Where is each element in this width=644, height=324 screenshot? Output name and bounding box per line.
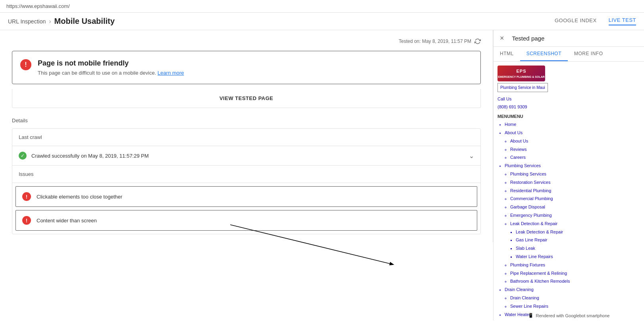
error-icon-1: ! — [22, 192, 31, 201]
link-pipe[interactable]: Pipe Replacement & Relining — [510, 270, 640, 278]
tab-screenshot[interactable]: SCREENSHOT — [520, 47, 568, 61]
breadcrumb-current: Mobile Usability — [54, 17, 115, 26]
menu-item-about: About Us About Us Reviews Careers — [505, 129, 640, 162]
menu-link-home[interactable]: Home — [505, 121, 640, 129]
link-about-us[interactable]: About Us — [510, 137, 640, 145]
details-box: Last crawl ✓ Crawled successfully on May… — [12, 128, 481, 234]
rendered-label: 📱 Rendered with Googlebot smartphone — [528, 313, 610, 318]
breadcrumb: URL Inspection › Mobile Usability — [8, 17, 555, 26]
error-icon-2: ! — [22, 216, 31, 225]
crawl-left: ✓ Crawled successfully on May 8, 2019, 1… — [19, 152, 149, 160]
chevron-down-icon[interactable]: ⌄ — [469, 152, 474, 160]
link-plumbing-services[interactable]: Plumbing Services — [510, 170, 640, 178]
menu-link-drain[interactable]: Drain Cleaning — [505, 286, 640, 294]
mobile-friendly-desc: This page can be difficult to use on a m… — [38, 70, 184, 76]
tested-page-title: Tested page — [512, 35, 545, 42]
menu-list: Home About Us About Us Reviews Careers P… — [497, 121, 640, 320]
success-icon: ✓ — [19, 152, 27, 160]
view-tested-box: VIEW TESTED PAGE — [12, 89, 481, 108]
leak-sub-list: Leak Detection & Repair Gas Line Repair … — [510, 228, 640, 261]
link-water-heater[interactable]: Water Heater — [510, 319, 640, 320]
mobile-friendly-title: Page is not mobile friendly — [38, 59, 184, 68]
link-commercial[interactable]: Commercial Plumbing — [510, 195, 640, 203]
right-panel-header: × Tested page — [494, 30, 644, 47]
link-gas-line[interactable]: Gas Line Repair — [516, 236, 640, 244]
call-us-link[interactable]: Call Us — [497, 95, 640, 103]
screenshot-panel: EPS EMERGENCY PLUMBING & SOLAR Plumbing … — [494, 62, 644, 320]
link-slab-leak[interactable]: Slab Leak — [516, 245, 640, 253]
menu-item-home: Home — [505, 121, 640, 129]
tested-on: Tested on: May 8, 2019, 11:57 PM — [12, 38, 481, 44]
rendered-text: Rendered with Googlebot smartphone — [536, 313, 610, 318]
checkmark-icon: ✓ — [21, 153, 25, 158]
issue-text-1: Clickable elements too close together — [37, 194, 122, 200]
crawl-row[interactable]: ✓ Crawled successfully on May 8, 2019, 1… — [12, 146, 480, 166]
mobile-friendly-box: ! Page is not mobile friendly This page … — [12, 51, 481, 84]
link-leak[interactable]: Leak Detection & Repair — [510, 220, 640, 228]
phone-link[interactable]: (808) 691 9309 — [497, 103, 640, 111]
error-icon: ! — [20, 59, 31, 70]
logo-image: EPS EMERGENCY PLUMBING & SOLAR — [497, 66, 545, 81]
link-sewer[interactable]: Sewer Line Repairs — [510, 303, 640, 310]
link-garbage[interactable]: Garbage Disposal — [510, 203, 640, 211]
leak-detection-item: Leak Detection & Repair Leak Detection &… — [510, 220, 640, 261]
issues-header: Issues — [12, 166, 480, 183]
tested-on-text: Tested on: May 8, 2019, 11:57 PM — [399, 39, 471, 44]
tab-google-index[interactable]: GOOGLE INDEX — [555, 17, 597, 25]
menu-link-about[interactable]: About Us — [505, 129, 640, 137]
view-tested-button[interactable]: VIEW TESTED PAGE — [220, 95, 274, 101]
link-reviews[interactable]: Reviews — [510, 146, 640, 154]
tab-html[interactable]: HTML — [494, 47, 520, 61]
website-logo: EPS EMERGENCY PLUMBING & SOLAR Plumbing … — [497, 66, 640, 92]
link-leak-repair[interactable]: Leak Detection & Repair — [516, 228, 640, 236]
link-bathroom[interactable]: Bathroom & Kitchen Remodels — [510, 278, 640, 285]
issue-text-2: Content wider than screen — [37, 218, 97, 224]
left-panel-wrapper: Tested on: May 8, 2019, 11:57 PM ! Page … — [0, 30, 493, 320]
details-label: Details — [12, 118, 481, 123]
link-residential[interactable]: Residential Plumbing — [510, 187, 640, 195]
link-drain-cleaning[interactable]: Drain Cleaning — [510, 294, 640, 302]
website-preview: EPS EMERGENCY PLUMBING & SOLAR Plumbing … — [497, 66, 640, 320]
url-bar: https://www.epshawaii.com/ — [0, 0, 644, 13]
crawl-text: Crawled successfully on May 8, 2019, 11:… — [31, 153, 149, 159]
breadcrumb-parent[interactable]: URL Inspection — [8, 18, 46, 25]
link-fixtures[interactable]: Plumbing Fixtures — [510, 261, 640, 269]
issue-row-1: ! Clickable elements too close together — [15, 186, 477, 207]
menu-link-plumbing[interactable]: Plumbing Services — [505, 162, 640, 170]
link-restoration[interactable]: Restoration Services — [510, 179, 640, 187]
refresh-icon[interactable] — [474, 38, 481, 44]
mobile-friendly-content: Page is not mobile friendly This page ca… — [38, 59, 184, 76]
link-emergency[interactable]: Emergency Plumbing — [510, 212, 640, 220]
tab-live-test[interactable]: LIVE TEST — [609, 17, 636, 25]
header-tabs: GOOGLE INDEX LIVE TEST — [555, 17, 636, 25]
phone-icon: 📱 — [528, 313, 534, 318]
url-text: https://www.epshawaii.com/ — [6, 3, 70, 9]
plumbing-sub-list: Plumbing Services Restoration Services R… — [505, 170, 640, 285]
link-water-line[interactable]: Water Line Repairs — [516, 253, 640, 261]
last-crawl-header: Last crawl — [12, 129, 480, 146]
close-button[interactable]: × — [500, 34, 504, 42]
main-layout: Tested on: May 8, 2019, 11:57 PM ! Page … — [0, 30, 644, 320]
tab-more-info[interactable]: MORE INFO — [568, 47, 609, 61]
menu-label: MENUMENU — [497, 113, 640, 120]
drain-sub-list: Drain Cleaning Sewer Line Repairs — [505, 294, 640, 310]
breadcrumb-separator: › — [49, 18, 51, 25]
right-panel-tabs: HTML SCREENSHOT MORE INFO — [494, 47, 644, 62]
plumbing-badge: Plumbing Service in Maui — [497, 83, 548, 92]
menu-item-drain: Drain Cleaning Drain Cleaning Sewer Line… — [505, 286, 640, 310]
link-careers[interactable]: Careers — [510, 154, 640, 162]
left-panel: Tested on: May 8, 2019, 11:57 PM ! Page … — [0, 30, 493, 242]
about-sub-list: About Us Reviews Careers — [505, 137, 640, 162]
issue-row-2: ! Content wider than screen — [15, 210, 477, 231]
learn-more-link[interactable]: Learn more — [158, 70, 184, 76]
menu-item-plumbing: Plumbing Services Plumbing Services Rest… — [505, 162, 640, 285]
right-panel: × Tested page HTML SCREENSHOT MORE INFO … — [493, 30, 644, 320]
water-heater-sub-list: Water Heater Solar Water Heater Systems … — [505, 319, 640, 320]
header: URL Inspection › Mobile Usability GOOGLE… — [0, 13, 644, 30]
